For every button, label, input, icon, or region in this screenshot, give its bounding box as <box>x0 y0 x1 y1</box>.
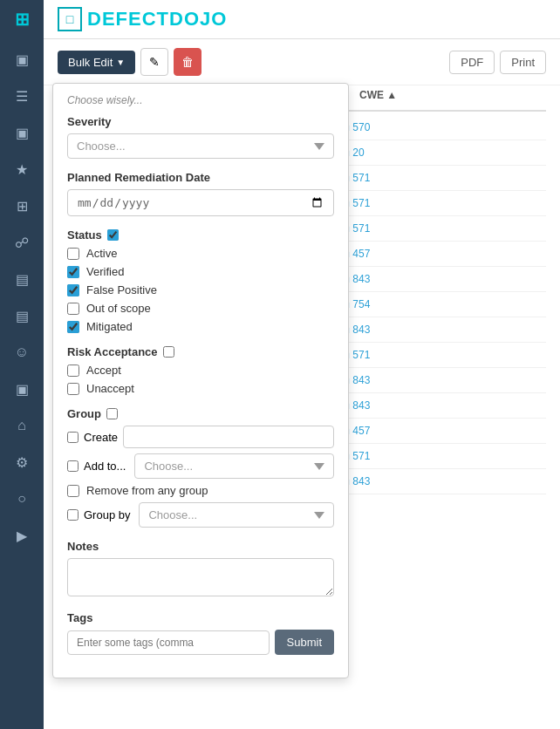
risk-accept-checkbox[interactable] <box>67 364 79 377</box>
group-by-row: Group by Choose... <box>67 502 334 528</box>
group-label: Group <box>67 407 334 420</box>
sidebar: ⊞ ▣ ☰ ▣ ★ ⊞ ☍ ▤ ▤ ☺ ▣ ⌂ ⚙ ○ ▶ <box>0 0 44 729</box>
remove-from-group-label: Remove from any group <box>86 484 208 497</box>
risk-accept-item[interactable]: Accept <box>67 364 334 377</box>
group-create-checkbox[interactable] <box>67 432 79 443</box>
print-button[interactable]: Print <box>500 51 546 74</box>
severity-section: Severity Choose... Critical High Medium … <box>67 115 334 159</box>
sidebar-logo-icon: ⊞ <box>15 9 30 30</box>
sidebar-item-user[interactable]: ☺ <box>6 337 38 368</box>
status-mitigated-checkbox[interactable] <box>67 321 79 333</box>
risk-acceptance-label: Risk Acceptance <box>67 345 334 358</box>
status-label: Status <box>67 228 334 242</box>
group-by-select[interactable]: Choose... <box>139 502 334 528</box>
notes-textarea[interactable] <box>67 558 334 596</box>
status-out-of-scope-checkbox[interactable] <box>67 303 79 315</box>
group-by-label: Group by <box>84 508 130 521</box>
logo-icon: □ <box>58 7 82 31</box>
group-add-select[interactable]: Choose... <box>134 453 334 479</box>
status-verified-item[interactable]: Verified <box>67 265 334 278</box>
group-add-checkbox[interactable] <box>67 460 79 472</box>
notes-section: Notes <box>67 540 334 599</box>
bulk-edit-dropdown: Choose wisely... Severity Choose... Crit… <box>52 83 349 678</box>
status-active-item[interactable]: Active <box>67 247 334 260</box>
status-master-checkbox[interactable] <box>107 229 119 241</box>
risk-unaccept-checkbox[interactable] <box>67 383 79 395</box>
submit-button[interactable]: Submit <box>275 630 334 655</box>
sidebar-item-file[interactable]: ▤ <box>6 263 38 295</box>
group-add-row: Add to... Choose... <box>67 453 334 479</box>
sidebar-item-chart[interactable]: ▤ <box>6 300 38 331</box>
risk-acceptance-master-checkbox[interactable] <box>163 346 174 358</box>
edit-icon-button[interactable]: ✎ <box>140 48 168 76</box>
status-verified-checkbox[interactable] <box>67 266 79 278</box>
group-create-input[interactable] <box>123 426 334 448</box>
group-by-checkbox[interactable] <box>67 509 79 521</box>
status-section: Status Active Verified False Positive <box>67 228 334 333</box>
bulk-edit-button[interactable]: Bulk Edit ▼ <box>58 51 135 74</box>
status-out-of-scope-label: Out of scope <box>86 302 151 315</box>
sidebar-item-grid[interactable]: ⊞ <box>6 190 38 221</box>
pdf-button[interactable]: PDF <box>449 51 495 74</box>
sidebar-item-dashboard[interactable]: ▣ <box>6 44 38 75</box>
sidebar-item-network[interactable]: ☍ <box>6 227 38 258</box>
tags-input[interactable] <box>67 630 270 655</box>
logo: □ DEFECTDOJO <box>58 7 227 31</box>
severity-label: Severity <box>67 115 334 128</box>
tags-row: Submit <box>67 630 334 655</box>
status-mitigated-label: Mitigated <box>86 320 133 333</box>
group-section: Group Create Add to... Choose... <box>67 407 334 528</box>
status-verified-label: Verified <box>86 265 124 278</box>
bulk-edit-label: Bulk Edit <box>68 56 113 69</box>
tags-section: Tags Submit <box>67 611 334 655</box>
sidebar-item-list[interactable]: ☰ <box>6 80 38 112</box>
group-create-row: Create <box>67 426 334 448</box>
col-cwe: CWE ▲ <box>354 85 406 105</box>
group-create-label: Create <box>84 431 118 444</box>
status-active-label: Active <box>86 247 117 260</box>
tags-label: Tags <box>67 611 334 624</box>
sidebar-item-home[interactable]: ⌂ <box>6 410 38 441</box>
status-false-positive-item[interactable]: False Positive <box>67 283 334 296</box>
remove-from-group-row: Remove from any group <box>67 484 334 497</box>
group-master-checkbox[interactable] <box>106 408 118 419</box>
remediation-section: Planned Remediation Date <box>67 171 334 216</box>
risk-acceptance-section: Risk Acceptance Accept Unaccept <box>67 345 334 395</box>
main-content: □ DEFECTDOJO Bulk Edit ▼ ✎ 🗑 PDF Print C… <box>44 0 560 729</box>
remediation-label: Planned Remediation Date <box>67 171 334 184</box>
sidebar-item-settings[interactable]: ⚙ <box>6 446 38 478</box>
logo-text-light: DOJO <box>169 8 227 30</box>
sidebar-item-circle[interactable]: ○ <box>6 483 38 514</box>
status-checkbox-group: Active Verified False Positive Out of sc… <box>67 247 334 333</box>
header: □ DEFECTDOJO <box>44 0 560 39</box>
sidebar-item-arrow[interactable]: ▶ <box>6 520 38 551</box>
sidebar-item-calendar[interactable]: ▣ <box>6 373 38 405</box>
delete-icon-button[interactable]: 🗑 <box>174 48 201 76</box>
bulk-edit-caret-icon: ▼ <box>116 58 125 67</box>
status-out-of-scope-item[interactable]: Out of scope <box>67 302 334 315</box>
logo-text: DEFECTDOJO <box>87 8 227 31</box>
logo-text-dark: DEFECT <box>87 8 169 30</box>
toolbar: Bulk Edit ▼ ✎ 🗑 PDF Print Choose wisely.… <box>44 39 560 85</box>
status-mitigated-item[interactable]: Mitigated <box>67 320 334 333</box>
risk-acceptance-checkbox-group: Accept Unaccept <box>67 364 334 395</box>
risk-unaccept-item[interactable]: Unaccept <box>67 382 334 395</box>
risk-unaccept-label: Unaccept <box>86 382 134 395</box>
status-false-positive-label: False Positive <box>86 283 157 296</box>
status-false-positive-checkbox[interactable] <box>67 284 79 296</box>
choose-wisely-text: Choose wisely... <box>67 94 334 106</box>
group-add-label: Add to... <box>84 460 126 473</box>
sidebar-item-bugs[interactable]: ★ <box>6 153 38 185</box>
sidebar-item-inbox[interactable]: ▣ <box>6 117 38 148</box>
notes-label: Notes <box>67 540 334 553</box>
status-active-checkbox[interactable] <box>67 248 79 260</box>
risk-accept-label: Accept <box>86 364 121 377</box>
remediation-date-input[interactable] <box>67 189 334 216</box>
remove-from-group-checkbox[interactable] <box>67 485 79 497</box>
severity-select[interactable]: Choose... Critical High Medium Low Info <box>67 133 334 159</box>
